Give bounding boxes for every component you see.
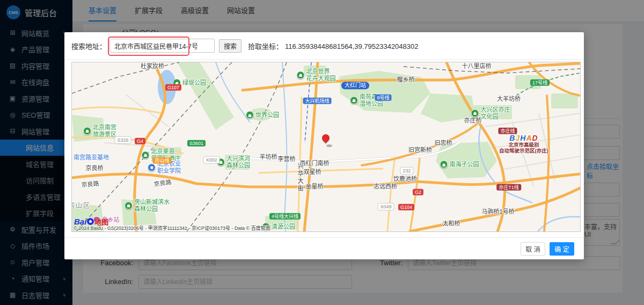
map-label: S328 (114, 136, 131, 144)
poi-text: 清源公园 (272, 223, 295, 230)
map-label: 232 (400, 167, 413, 175)
map-picker-modal: 搜索地址： 搜索 拾取坐标：116.35938448681564,39.7952… (64, 32, 584, 259)
map-label: 志远西桥 (374, 183, 397, 190)
map-label: X049 (377, 203, 394, 210)
park-icon: ▲ (142, 151, 150, 159)
map-label: 饮鹿池桥 (393, 176, 417, 183)
bjhad-line2: 自动驾驶示范区(亦庄) (499, 148, 548, 154)
map-label: 17号线 (530, 79, 550, 86)
search-address-label: 搜索地址： (71, 41, 106, 51)
bjhad-word: BJHAD (499, 134, 548, 142)
map-label: ▲大兴区亦庄文化园 (471, 106, 510, 120)
admin-app: 基本设置扩展字段高级设置网站设置 公司LOGO： 点击拾取坐标 丰富，支持UI … (0, 0, 644, 305)
map-label: 双星桥 (304, 169, 321, 176)
map-label: 榴乡桥 (397, 76, 415, 83)
map-label: ●南宫路亚基地 (71, 154, 109, 162)
poi-text: 北京南宫旅游景区 (93, 124, 116, 137)
map-label: 羊坊桥 (260, 154, 277, 161)
park-icon: ▲ (440, 161, 448, 169)
search-wrap (109, 39, 215, 53)
map-label: ▲南海子公园 (440, 161, 479, 169)
map-label: 旧宫新桥 (408, 147, 432, 154)
poi-text: 房山新城滨水森林公园 (134, 199, 170, 212)
search-button[interactable]: 搜索 (219, 39, 241, 53)
park-icon: ▲ (471, 110, 479, 118)
search-address-input[interactable] (109, 39, 215, 53)
poi-icon: ● (71, 154, 72, 162)
map-label: G2 (413, 189, 423, 195)
map-label: 马驹桥1号桥 (481, 208, 514, 215)
map-canvas[interactable]: 杜家坎桥京良桥羊坊桥李营桥西红门南桥双星桥金星桥饮鹿池桥志远西桥旧宫新桥十八里店… (71, 62, 581, 232)
poi-text: 南宫路亚基地 (74, 154, 109, 161)
map-label: 旧忠桥 (435, 140, 452, 147)
map-label: X002 (203, 156, 219, 164)
park-icon: ▲ (297, 71, 305, 79)
modal-footer: 取 消 确 定 (64, 237, 584, 259)
poi-text: 北京世界花卉大观园 (306, 68, 336, 82)
map-label: 4号线大兴线 (269, 213, 301, 220)
map-label: G104 (398, 204, 414, 210)
map-label: ▲大兴滨河森林公园 (217, 155, 250, 169)
map-label: G4 (135, 138, 145, 144)
modal-header: 搜索地址： 搜索 拾取坐标：116.35938448681564,39.7952… (64, 32, 584, 60)
map-label: S3601 (187, 140, 206, 147)
map-label: 大红门站 (341, 82, 369, 89)
map-label: 十八里店桥 (462, 63, 492, 70)
park-icon: ▲ (125, 202, 133, 210)
map-label: 8号线 (375, 95, 391, 101)
poi-text: 南海子公园 (450, 161, 479, 168)
marker-shadow (326, 144, 332, 147)
map-label: ▲世界公园 (246, 111, 279, 119)
map-label: ▲房山新城滨水森林公园 (125, 199, 170, 212)
map-label: 李营桥 (278, 156, 296, 163)
map-label: 京良桥 (86, 165, 104, 172)
map-label: 杜家坎桥 (141, 63, 164, 70)
cancel-button[interactable]: 取 消 (521, 242, 545, 256)
picked-coordinates: 拾取坐标：116.35938448681564,39.7952334204830… (248, 41, 418, 51)
map-label: 兴华大街 (297, 163, 304, 193)
map-label: 房山区 (71, 202, 91, 210)
map-label: 金星桥 (306, 183, 324, 190)
map-label: ▲北京南宫旅游景区 (83, 124, 116, 137)
poi-text: 大兴区亦庄文化园 (481, 106, 510, 120)
park-icon: ▲ (83, 127, 91, 135)
map-label: G107 (165, 84, 181, 91)
map-copyright: © 2024 Baidu - GS(2023)3206号 - 甲测资字11111… (74, 224, 270, 231)
map-label: 太和桥 (443, 220, 460, 227)
poi-text: 绿堤公园 (182, 79, 206, 86)
map-label: 大羊坊桥 (497, 96, 521, 103)
coord-label: 拾取坐标： (248, 42, 283, 50)
park-icon: ▲ (350, 97, 358, 105)
map-label: 亦庄T1线 (496, 184, 521, 191)
confirm-button[interactable]: 确 定 (550, 242, 574, 256)
poi-icon: ● (148, 164, 156, 172)
map-label: 大兴机场线 (303, 98, 331, 104)
coord-value: 116.35938448681564,39.79523342048302 (285, 42, 418, 50)
map-label: ▲北京世界花卉大观园 (297, 68, 336, 82)
park-icon: ▲ (246, 111, 254, 119)
map-label: 西红门南桥 (300, 160, 330, 167)
poi-text: 世界公园 (255, 112, 279, 119)
poi-text: 大兴滨河森林公园 (226, 155, 250, 169)
map-label: 房山线 (152, 157, 171, 164)
bjhad-logo: BJHAD北京市高级别自动驾驶示范区(亦庄) (499, 134, 548, 154)
